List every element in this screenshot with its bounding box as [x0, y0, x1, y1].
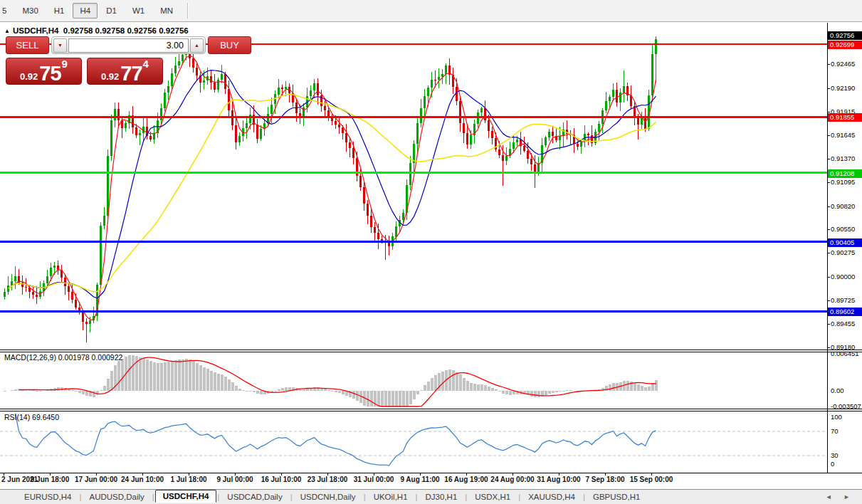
- ohlc-values: 0.92758 0.92758 0.92756 0.92756: [63, 26, 189, 35]
- timeframe-toolbar: 5M30H1H4D1W1MN: [0, 0, 862, 22]
- chart-tab-usdx[interactable]: USDX,H1: [468, 491, 517, 503]
- price-axis-label: 0.90000: [831, 273, 855, 280]
- chart-symbol-header[interactable]: ▲USDCHF,H4 0.92758 0.92758 0.92756 0.927…: [4, 26, 189, 35]
- timeframe-button-h1[interactable]: H1: [47, 3, 72, 19]
- panel-splitter[interactable]: [0, 350, 862, 350]
- panel-splitter[interactable]: [0, 352, 862, 352]
- rsi-axis-label: 0: [831, 461, 834, 468]
- buy-button[interactable]: BUY: [208, 36, 251, 54]
- date-axis-tick: [327, 473, 328, 476]
- tab-separator: |: [416, 493, 418, 501]
- chart-tab-xauusd[interactable]: XAUUSD,H4: [521, 491, 582, 503]
- timeframe-button-m30[interactable]: M30: [15, 3, 45, 19]
- date-axis-tick: [4, 473, 4, 476]
- price-tag: 0.91855: [828, 113, 862, 122]
- date-axis-tick: [96, 473, 97, 476]
- rsi-axis-label: 30: [831, 452, 839, 459]
- date-axis-tick: [374, 473, 374, 476]
- chart-tab-dj30[interactable]: DJ30,H1: [419, 491, 465, 503]
- price-axis-label: 0.92465: [831, 61, 855, 68]
- volume-spinner: ▼ ▲: [51, 36, 206, 54]
- date-axis-tick: [420, 473, 421, 476]
- chart-tab-usdcnh[interactable]: USDCNH,Daily: [293, 491, 363, 503]
- volume-decrease-button[interactable]: ▼: [53, 38, 67, 53]
- panel-splitter[interactable]: [0, 411, 862, 411]
- panel-splitter[interactable]: [0, 409, 862, 409]
- date-axis-tick: [189, 473, 189, 476]
- price-axis-line: [827, 23, 828, 473]
- date-axis-label: 17 Jun 00:00: [75, 476, 117, 483]
- sell-price-box[interactable]: 0.92 75 9: [6, 58, 82, 85]
- tab-separator: |: [79, 493, 81, 501]
- collapse-triangle-icon[interactable]: ▲: [4, 28, 10, 34]
- date-axis-label: 16 Jul 10:00: [261, 476, 302, 483]
- date-axis-tick: [605, 473, 606, 476]
- date-axis-label: 15 Sep 00:00: [630, 476, 673, 483]
- timeframe-button-5[interactable]: 5: [0, 3, 14, 19]
- date-axis-label: 16 Aug 19:00: [444, 476, 488, 483]
- one-click-trading-panel: SELL ▼ ▲ BUY 0.92 75 9 0.92 77 4: [6, 36, 163, 85]
- rsi-line: [16, 414, 656, 466]
- tab-separator: |: [217, 493, 219, 501]
- date-axis-label: 24 Aug 00:00: [490, 476, 534, 483]
- chart-tab-bar: EURUSD,H4|AUDUSD,Daily|USDCHF,H4|USDCAD,…: [0, 489, 862, 504]
- date-axis-label: 23 Jul 18:00: [308, 476, 348, 483]
- tab-separator: |: [152, 493, 154, 501]
- toolbar-separator: [187, 3, 188, 19]
- price-tag: 0.89602: [828, 308, 862, 316]
- tab-scroll-arrows[interactable]: ◄ ►: [826, 493, 855, 500]
- rsi-axis-label: 70: [831, 428, 839, 435]
- chart-tab-audusd[interactable]: AUDUSD,Daily: [82, 491, 151, 503]
- timeframe-button-h4[interactable]: H4: [73, 3, 98, 19]
- date-axis-label: 24 Jun 10:00: [121, 476, 164, 483]
- date-axis-tick: [466, 473, 467, 476]
- price-tag: 0.92699: [828, 41, 862, 49]
- chart-tab-usdchf[interactable]: USDCHF,H4: [155, 490, 217, 503]
- tab-separator: |: [583, 493, 585, 501]
- price-tag: 0.92756: [828, 31, 862, 40]
- buy-price-big: 77: [120, 65, 142, 83]
- date-axis-label: 9 Jun 18:00: [31, 476, 69, 483]
- rsi-indicator-panel[interactable]: [0, 411, 827, 473]
- rsi-label: RSI(14) 69.6450: [4, 413, 59, 421]
- price-axis-label: 0.90550: [831, 226, 855, 233]
- sell-button[interactable]: SELL: [6, 36, 49, 54]
- chart-tab-gbpusd[interactable]: GBPUSD,H1: [586, 491, 647, 503]
- macd-indicator-panel[interactable]: [0, 352, 827, 408]
- date-axis-tick: [559, 473, 559, 476]
- tab-separator: |: [465, 493, 467, 501]
- price-axis-label: 0.90820: [831, 203, 855, 210]
- chart-tab-usdcad[interactable]: USDCAD,Daily: [220, 491, 289, 503]
- date-axis-label: 7 Sep 18:00: [585, 476, 624, 483]
- date-axis-tick: [142, 473, 143, 476]
- sell-price-big: 75: [39, 65, 61, 83]
- date-axis-label: 31 Jul 00:00: [354, 476, 394, 483]
- date-axis-label: 31 Aug 10:00: [537, 476, 580, 483]
- date-axis-tick: [281, 473, 282, 476]
- buy-price-box[interactable]: 0.92 77 4: [87, 58, 163, 85]
- tab-separator: |: [364, 493, 366, 501]
- timeframe-button-mn[interactable]: MN: [153, 3, 180, 19]
- moving-average-4: [9, 56, 656, 320]
- volume-increase-button[interactable]: ▲: [190, 38, 204, 53]
- volume-input[interactable]: [68, 38, 189, 53]
- timeframe-button-d1[interactable]: D1: [99, 3, 124, 19]
- sell-price-pip: 9: [62, 59, 68, 69]
- macd-axis-label: 0.00: [831, 387, 844, 394]
- price-axis-label: 0.90275: [831, 249, 855, 256]
- date-axis-tick: [513, 473, 513, 476]
- timeframe-button-w1[interactable]: W1: [125, 3, 152, 19]
- macd-histogram: [4, 355, 658, 406]
- chart-tab-ukoil[interactable]: UKOil,H1: [367, 491, 415, 503]
- price-tag: 0.90405: [828, 238, 862, 247]
- price-axis-label: 0.92190: [831, 85, 855, 92]
- date-axis-label: 9 Aug 11:00: [400, 476, 439, 483]
- tab-separator: |: [290, 493, 293, 501]
- macd-label: MACD(12,26,9) 0.001978 0.000922: [4, 353, 122, 362]
- chart-tab-eurusd[interactable]: EURUSD,H4: [17, 491, 78, 503]
- sell-price-prefix: 0.92: [20, 72, 38, 82]
- rsi-axis-label: 100: [831, 414, 842, 421]
- date-axis-tick: [50, 473, 51, 476]
- date-axis-label: 1 Jul 18:00: [170, 476, 206, 483]
- moving-average-13: [9, 70, 656, 298]
